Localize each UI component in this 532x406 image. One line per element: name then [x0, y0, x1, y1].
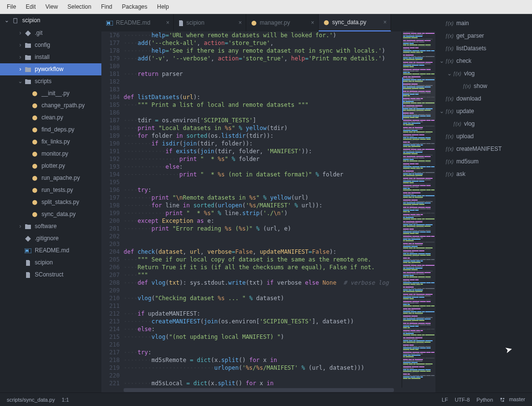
code-line[interactable]: ········createMANIFEST(join(os.environ['…	[124, 318, 402, 325]
code-editor[interactable]: ········help='URL where remote datasets …	[124, 31, 402, 388]
code-line[interactable]: def listDatasets(url):	[124, 93, 402, 101]
code-line[interactable]	[124, 78, 402, 86]
code-line[interactable]: ····vlog("Checking dataset %s ... " % da…	[124, 294, 402, 302]
outline-item-update[interactable]: ⌄ƒ(x)update	[437, 105, 530, 117]
code-line[interactable]: ················print " * %s (not in dat…	[124, 171, 402, 178]
code-line[interactable]: ····if updateMANIFEST:	[124, 310, 402, 318]
outline-item-listDatasets[interactable]: ƒ(x)listDatasets	[437, 42, 530, 55]
status-file-path[interactable]: scripts/sync_data.py	[7, 397, 55, 403]
code-line[interactable]: ············if exists(join(tdir, folder,…	[124, 147, 402, 155]
code-line[interactable]: ····add('--check-all', action='store_tru…	[124, 39, 402, 47]
code-line[interactable]	[124, 86, 402, 93]
code-line[interactable]: ········for line in sorted(urlopen('%s/M…	[124, 202, 402, 209]
tree-item-scripts[interactable]: ⌄scripts	[0, 75, 101, 87]
tree-item--git[interactable]: ›.git	[0, 27, 101, 39]
minimap[interactable]	[402, 31, 435, 388]
code-line[interactable]: ····tdir = os.environ['SCIPION_TESTS']	[124, 116, 402, 124]
menu-file[interactable]: File	[2, 1, 21, 12]
menu-view[interactable]: View	[41, 1, 63, 12]
code-line[interactable]	[124, 302, 402, 310]
tree-item-run-tests-py[interactable]: run_tests.py	[0, 184, 101, 196]
tree-item-scipion[interactable]: scipion	[0, 257, 101, 269]
tree-item-change-rpath-py[interactable]: change_rpath.py	[0, 100, 101, 112]
tree-item-install[interactable]: ›install	[0, 51, 101, 63]
horizontal-scrollbar[interactable]	[101, 388, 435, 392]
code-line[interactable]: ····try:	[124, 186, 402, 194]
outline-item-download[interactable]: ƒ(x)download	[437, 92, 530, 105]
status-encoding[interactable]: UTF-8	[455, 397, 470, 403]
outline-item-get_parser[interactable]: ƒ(x)get_parser	[437, 29, 530, 42]
outline-item-main[interactable]: ƒ(x)main	[437, 17, 530, 29]
code-line[interactable]	[124, 240, 402, 248]
outline-item-createMANIFEST[interactable]: ƒ(x)createMANIFEST	[437, 143, 530, 155]
code-line[interactable]: ········help='URL where remote datasets …	[124, 31, 402, 39]
code-line[interactable]: ········if isdir(join(tdir, folder)):	[124, 140, 402, 147]
tree-item---init---py[interactable]: __init__.py	[0, 87, 101, 100]
tree-item-split-stacks-py[interactable]: split_stacks.py	[0, 196, 101, 208]
tree-item-clean-py[interactable]: clean.py	[0, 112, 101, 124]
tree-item--gitignore[interactable]: .gitignore	[0, 232, 101, 245]
code-line[interactable]: ····def vlog(txt): sys.stdout.write(txt)…	[124, 279, 402, 287]
status-line-ending[interactable]: LF	[442, 397, 448, 403]
tree-item-run-apache-py[interactable]: run_apache.py	[0, 172, 101, 184]
tree-item-find-deps-py[interactable]: find_deps.py	[0, 124, 101, 136]
outline-item-check[interactable]: ⌄ƒ(x)check	[437, 55, 530, 67]
outline-item-show[interactable]: ƒ(x)show	[437, 80, 530, 92]
tab-readme-md[interactable]: README.md×	[101, 14, 174, 31]
tree-item-sconstruct[interactable]: SConstruct	[0, 269, 101, 281]
code-line[interactable]	[124, 287, 402, 294]
tree-item-config[interactable]: ›config	[0, 39, 101, 51]
outline-item-upload[interactable]: ƒ(x)upload	[437, 130, 530, 143]
minimap-viewport[interactable]	[402, 77, 435, 120]
code-line[interactable]	[124, 341, 402, 348]
menu-help[interactable]: Help	[152, 1, 174, 12]
menu-selection[interactable]: Selection	[63, 1, 96, 12]
code-line[interactable]: ····for folder in sorted(os.listdir(tdir…	[124, 132, 402, 140]
status-language[interactable]: Python	[476, 397, 493, 403]
menu-edit[interactable]: Edit	[21, 1, 41, 12]
tab-manager-py[interactable]: manager.py×	[246, 14, 319, 31]
tree-item-fix-links-py[interactable]: fix_links.py	[0, 136, 101, 148]
status-cursor-position[interactable]: 1:1	[62, 397, 69, 403]
code-line[interactable]: ············else:	[124, 163, 402, 171]
tree-item-pyworkflow[interactable]: ›pyworkflow	[0, 63, 101, 75]
code-line[interactable]: ····""" Print a list of local and remote…	[124, 101, 402, 109]
code-line[interactable]: ················print " * %s" % folder	[124, 155, 402, 163]
code-line[interactable]: ····""" See if our local copy of dataset…	[124, 256, 402, 263]
code-line[interactable]: ········md5sRemote = dict(x.split() for …	[124, 356, 402, 364]
code-line[interactable]	[124, 178, 402, 186]
menu-find[interactable]: Find	[96, 1, 117, 12]
code-line[interactable]: ····try:	[124, 348, 402, 356]
close-icon[interactable]: ×	[238, 19, 242, 26]
code-line[interactable]: ····except Exception as e:	[124, 217, 402, 225]
code-line[interactable]: ····else:	[124, 325, 402, 333]
code-line[interactable]: ········md5sLocal = dict(x.split() for x…	[124, 379, 402, 387]
tree-item-sync-data-py[interactable]: sync_data.py	[0, 208, 101, 220]
tree-item-plotter-py[interactable]: plotter.py	[0, 160, 101, 172]
tree-item-readme-md[interactable]: README.md	[0, 245, 101, 257]
scrollbar-thumb[interactable]	[124, 388, 394, 392]
code-line[interactable]: ····return parser	[124, 70, 402, 78]
project-root[interactable]: ⌄ scipion	[0, 14, 101, 27]
code-line[interactable]: ········print "\nRemote datasets in %s" …	[124, 194, 402, 202]
code-line[interactable]	[124, 109, 402, 116]
code-line[interactable]	[124, 372, 402, 379]
status-git-branch[interactable]: master	[500, 396, 525, 403]
code-line[interactable]: ········print "Error reading %s (%s)" % …	[124, 225, 402, 232]
code-line[interactable]: ············print " * %s" % line.strip('…	[124, 209, 402, 217]
outline-item-vlog[interactable]: ƒ(x)vlog	[437, 117, 530, 130]
tab-scipion[interactable]: scipion×	[174, 14, 246, 31]
code-line[interactable]: def check(dataset, url, verbose=False, u…	[124, 248, 402, 256]
code-line[interactable]: ····add('-v', '--verbose', action='store…	[124, 55, 402, 62]
outline-item-md5sum[interactable]: ƒ(x)md5sum	[437, 155, 530, 168]
menu-packages[interactable]: Packages	[117, 1, 153, 12]
code-line[interactable]: ····Return True if it is (if all the che…	[124, 263, 402, 271]
outline-item-ask[interactable]: ƒ(x)ask	[437, 168, 530, 180]
code-line[interactable]: ····print "Local datasets in %s" % yello…	[124, 124, 402, 132]
code-line[interactable]: ········help='See if there is any remote…	[124, 47, 402, 55]
outline-item-vlog[interactable]: ⌄ƒ(x)vlog	[437, 67, 530, 80]
close-icon[interactable]: ×	[311, 19, 314, 26]
close-icon[interactable]: ×	[383, 19, 387, 26]
tree-item-software[interactable]: ›software	[0, 220, 101, 232]
tab-sync-data-py[interactable]: sync_data.py×	[319, 14, 391, 31]
